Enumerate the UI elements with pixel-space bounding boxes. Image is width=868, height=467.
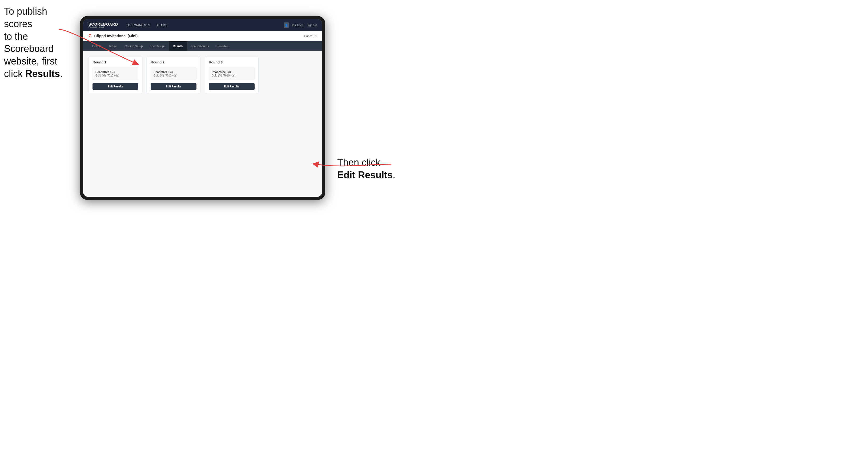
round-1-course-detail: Gold (M) (7010 yds) xyxy=(95,74,135,77)
tournament-title-row: C Clippd Invitational (Mini) xyxy=(89,34,137,38)
nav-right: 👤 Test User | Sign out xyxy=(284,22,317,28)
content-area: C Clippd Invitational (Mini) Cancel ✕ De… xyxy=(83,31,322,197)
tab-results[interactable]: Results xyxy=(169,41,187,51)
round-3-course-name: Peachtree GC xyxy=(212,70,252,73)
tab-course-setup[interactable]: Course Setup xyxy=(121,41,146,51)
round-1-card: Round 1 Peachtree GC Gold (M) (7010 yds)… xyxy=(89,56,142,94)
round-3-card: Round 3 Peachtree GC Gold (M) (7010 yds)… xyxy=(205,56,258,94)
round-3-course-detail: Gold (M) (7010 yds) xyxy=(212,74,252,77)
round-1-course-card: Peachtree GC Gold (M) (7010 yds) xyxy=(93,67,138,80)
tournament-name: Clippd Invitational (Mini) xyxy=(94,34,138,38)
tournament-icon: C xyxy=(89,34,92,38)
round-3-title: Round 3 xyxy=(209,60,255,64)
round-1-title: Round 1 xyxy=(93,60,138,64)
round-1-edit-results-button[interactable]: Edit Results xyxy=(93,83,138,90)
round-3-course-card: Peachtree GC Gold (M) (7010 yds) xyxy=(209,67,255,80)
main-content: Round 1 Peachtree GC Gold (M) (7010 yds)… xyxy=(83,51,322,197)
user-icon: 👤 xyxy=(284,22,289,28)
tablet-screen: SCOREBOARD Powered by clippd TOURNAMENTS… xyxy=(83,19,322,197)
cancel-button[interactable]: Cancel ✕ xyxy=(304,34,317,38)
empty-column xyxy=(263,56,317,94)
rounds-grid: Round 1 Peachtree GC Gold (M) (7010 yds)… xyxy=(89,56,317,94)
round-3-edit-results-button[interactable]: Edit Results xyxy=(209,83,255,90)
tab-leaderboards[interactable]: Leaderboards xyxy=(187,41,213,51)
nav-tournaments[interactable]: TOURNAMENTS xyxy=(126,22,150,28)
logo-text: SCOREBOARD xyxy=(89,22,118,26)
logo-sub: Powered by clippd xyxy=(89,26,118,28)
instruction-left: To publish scores to the Scoreboard webs… xyxy=(4,5,71,80)
tablet-device: SCOREBOARD Powered by clippd TOURNAMENTS… xyxy=(80,16,325,200)
tab-printables[interactable]: Printables xyxy=(213,41,233,51)
close-icon: ✕ xyxy=(314,34,317,38)
user-name: Test User | xyxy=(292,24,304,27)
tab-teams[interactable]: Teams xyxy=(105,41,121,51)
round-2-title: Round 2 xyxy=(151,60,196,64)
tournament-header: C Clippd Invitational (Mini) Cancel ✕ xyxy=(83,31,322,41)
round-2-course-card: Peachtree GC Gold (M) (7010 yds) xyxy=(151,67,196,80)
nav-links: TOURNAMENTS TEAMS xyxy=(126,22,284,28)
top-navigation: SCOREBOARD Powered by clippd TOURNAMENTS… xyxy=(83,19,322,31)
logo: SCOREBOARD Powered by clippd xyxy=(89,22,118,28)
instruction-right: Then click Edit Results. xyxy=(337,156,395,182)
round-2-edit-results-button[interactable]: Edit Results xyxy=(151,83,196,90)
tab-details[interactable]: Details xyxy=(89,41,105,51)
sign-out-link[interactable]: Sign out xyxy=(307,24,317,27)
round-2-course-name: Peachtree GC xyxy=(154,70,193,73)
tab-tee-groups[interactable]: Tee Groups xyxy=(146,41,169,51)
round-2-course-detail: Gold (M) (7010 yds) xyxy=(154,74,193,77)
round-1-course-name: Peachtree GC xyxy=(95,70,135,73)
tabs-bar: Details Teams Course Setup Tee Groups Re… xyxy=(83,41,322,51)
round-2-card: Round 2 Peachtree GC Gold (M) (7010 yds)… xyxy=(147,56,200,94)
nav-teams[interactable]: TEAMS xyxy=(156,22,167,28)
